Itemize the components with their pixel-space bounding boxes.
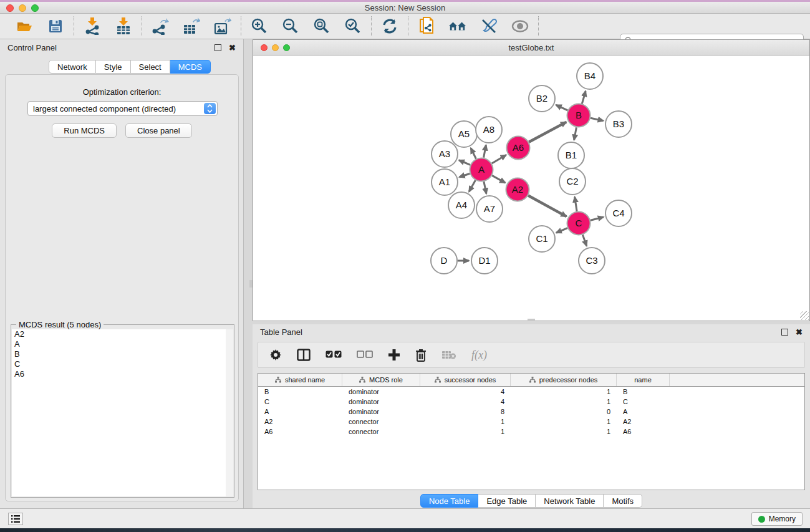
export-table-button[interactable]	[182, 17, 201, 36]
table-cell[interactable]: A6	[617, 428, 670, 435]
close-panel-button[interactable]: Close panel	[125, 123, 192, 138]
table-cell[interactable]: A6	[258, 428, 342, 435]
tab-motifs[interactable]: Motifs	[604, 494, 642, 508]
zoom-out-button[interactable]	[281, 17, 300, 36]
graph-node-C4[interactable]: C4	[605, 200, 632, 226]
result-scrollbar[interactable]	[226, 329, 233, 496]
window-resize-grip[interactable]	[800, 311, 809, 320]
graph-node-B3[interactable]: B3	[605, 111, 632, 137]
table-cell[interactable]: 4	[420, 388, 511, 395]
graph-node-B1[interactable]: B1	[558, 142, 584, 168]
table-cell[interactable]: A2	[258, 418, 342, 425]
network-horizontal-scrollbar[interactable]	[528, 319, 535, 321]
graph-node-A8[interactable]: A8	[476, 117, 502, 143]
import-network-button[interactable]	[83, 17, 102, 36]
tab-style[interactable]: Style	[96, 60, 131, 74]
table-cell[interactable]: dominator	[342, 408, 420, 415]
maximize-window-button[interactable]	[31, 4, 39, 12]
close-panel-icon[interactable]: ✖	[796, 329, 803, 336]
table-cell[interactable]: A	[617, 408, 670, 415]
network-graph[interactable]: B4B2BB3A5A8A6B1A3AC2A1A2A4A7C4CC1C3DD1	[253, 56, 809, 318]
table-cell[interactable]: C	[258, 398, 342, 405]
refresh-view-button[interactable]	[380, 17, 399, 36]
table-cell[interactable]: dominator	[342, 398, 420, 405]
float-panel-icon[interactable]	[215, 44, 221, 51]
table-row[interactable]: Adominator80A	[258, 407, 804, 417]
column-header-successor-nodes[interactable]: successor nodes	[420, 374, 511, 386]
network-canvas[interactable]: B4B2BB3A5A8A6B1A3AC2A1A2A4A7C4CC1C3DD1	[253, 56, 809, 318]
export-image-button[interactable]	[213, 17, 232, 36]
criterion-dropdown[interactable]: largest connected component (directed)	[27, 101, 218, 116]
close-window-button[interactable]	[6, 4, 14, 12]
graph-edge-A-A4[interactable]	[469, 180, 475, 191]
tab-node-table[interactable]: Node Table	[420, 494, 479, 508]
save-session-button[interactable]	[46, 17, 65, 36]
mcds-result-item[interactable]: C	[12, 359, 226, 369]
network-close-button[interactable]	[261, 44, 268, 51]
minimize-window-button[interactable]	[19, 4, 26, 12]
table-cell[interactable]: 1	[511, 398, 617, 405]
delete-icon[interactable]	[415, 349, 427, 362]
table-cell[interactable]: connector	[342, 418, 420, 425]
table-cell[interactable]: 8	[420, 408, 511, 415]
graph-node-C2[interactable]: C2	[559, 168, 586, 195]
column-header-mcds-role[interactable]: MCDS role	[342, 374, 420, 386]
graph-edge-C-C2[interactable]	[575, 197, 577, 211]
close-panel-icon[interactable]: ✖	[229, 44, 236, 51]
memory-button[interactable]: Memory	[751, 512, 803, 526]
graph-edge-A6-B[interactable]	[529, 122, 566, 142]
column-settings-icon[interactable]	[297, 349, 311, 361]
graph-node-C[interactable]: C	[567, 212, 591, 235]
graph-edge-B-B1[interactable]	[574, 127, 577, 140]
graph-node-A2[interactable]: A2	[506, 178, 529, 201]
graph-edge-A-A3[interactable]	[459, 160, 470, 165]
table-cell[interactable]: 1	[420, 428, 511, 435]
mcds-result-list[interactable]: A2ABCA6	[12, 329, 227, 496]
graph-edge-C-C4[interactable]	[591, 217, 604, 220]
mcds-result-item[interactable]: B	[12, 349, 226, 359]
network-window-titlebar[interactable]: testGlobe.txt	[253, 40, 809, 56]
graph-edge-A-A1[interactable]	[460, 173, 470, 177]
mcds-result-item[interactable]: A	[12, 339, 226, 349]
run-mcds-button[interactable]: Run MCDS	[52, 123, 117, 138]
graph-node-A7[interactable]: A7	[476, 196, 503, 222]
graph-edge-B-B2[interactable]	[556, 105, 568, 110]
table-row[interactable]: Cdominator41C	[258, 397, 804, 407]
table-cell[interactable]: 4	[420, 398, 511, 405]
graph-node-B2[interactable]: B2	[529, 85, 555, 112]
table-cell[interactable]: B	[258, 388, 342, 395]
tab-edge-table[interactable]: Edge Table	[478, 494, 536, 508]
show-hide-button[interactable]	[511, 17, 529, 36]
table-cell[interactable]: 1	[420, 418, 511, 425]
node-table[interactable]: shared name MCDS role successor nodes pr…	[258, 373, 805, 490]
gear-icon[interactable]	[269, 349, 282, 361]
table-cell[interactable]: connector	[342, 428, 420, 435]
hide-style-button[interactable]	[480, 17, 498, 36]
graph-edge-A2-C[interactable]	[528, 195, 566, 216]
graph-node-A4[interactable]: A4	[448, 192, 475, 218]
graph-edge-A-A8[interactable]	[484, 145, 486, 158]
graph-node-C3[interactable]: C3	[579, 248, 605, 274]
table-row[interactable]: A6connector11A6	[258, 427, 804, 437]
home-button[interactable]	[448, 17, 467, 36]
tab-network[interactable]: Network	[49, 60, 96, 74]
graph-edge-A-A5[interactable]	[471, 148, 476, 158]
table-cell[interactable]: dominator	[342, 388, 420, 395]
graph-node-A5[interactable]: A5	[451, 121, 477, 147]
graph-node-A3[interactable]: A3	[432, 141, 458, 167]
zoom-in-button[interactable]	[250, 17, 269, 36]
import-table-button[interactable]	[114, 17, 133, 36]
graph-edge-A-A7[interactable]	[484, 181, 486, 193]
table-row[interactable]: A2connector11A2	[258, 417, 804, 427]
add-column-icon[interactable]	[388, 349, 400, 361]
open-session-button[interactable]	[15, 17, 34, 36]
graph-edge-C-C3[interactable]	[582, 235, 586, 246]
graph-node-B4[interactable]: B4	[577, 63, 603, 89]
float-panel-icon[interactable]	[781, 329, 788, 336]
task-history-button[interactable]	[8, 513, 23, 525]
mcds-result-item[interactable]: A6	[12, 369, 226, 379]
graph-node-C1[interactable]: C1	[529, 226, 555, 252]
table-cell[interactable]: B	[617, 388, 670, 395]
column-header-name[interactable]: name	[617, 374, 670, 386]
table-cell[interactable]: 1	[511, 388, 617, 395]
